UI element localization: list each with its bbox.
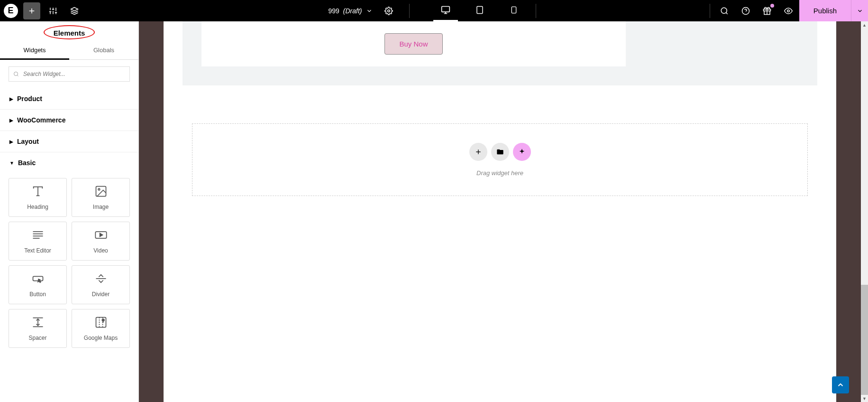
category-layout[interactable]: ▶ Layout	[0, 131, 138, 152]
search-icon	[720, 7, 729, 15]
scroll-down-arrow[interactable]: ▼	[861, 395, 868, 402]
widget-label: Divider	[92, 291, 110, 298]
spacer-icon	[31, 316, 45, 329]
widget-spacer[interactable]: Spacer	[9, 309, 67, 348]
elements-sidebar: Elements Widgets Globals ▶ Product ▶ Woo…	[0, 21, 139, 402]
widget-image[interactable]: Image	[72, 178, 130, 217]
elementor-logo-button[interactable]: E	[0, 0, 21, 21]
widget-divider[interactable]: Divider	[72, 265, 130, 304]
image-icon	[94, 185, 108, 198]
publish-button[interactable]: Publish	[799, 0, 851, 21]
divider-icon	[94, 272, 108, 285]
chevron-up-icon	[836, 381, 845, 389]
help-button[interactable]	[735, 0, 757, 21]
svg-point-32	[98, 188, 100, 190]
category-label: Product	[17, 95, 42, 103]
svg-point-45	[102, 319, 104, 321]
buy-now-button[interactable]: Buy Now	[384, 33, 442, 55]
svg-point-12	[388, 9, 390, 12]
category-label: Basic	[18, 159, 36, 167]
svg-marker-38	[100, 234, 102, 237]
whats-new-button[interactable]	[757, 0, 778, 21]
sliders-icon	[49, 7, 57, 15]
search-icon	[13, 71, 19, 77]
finder-button[interactable]	[714, 0, 735, 21]
drop-zone[interactable]: Drag widget here	[192, 123, 808, 196]
top-right-group: Publish	[706, 0, 868, 21]
notification-dot-icon	[770, 4, 774, 8]
svg-point-20	[722, 8, 727, 13]
add-element-button[interactable]	[23, 2, 40, 19]
top-left-group: E	[0, 0, 85, 21]
eye-icon	[784, 7, 793, 15]
publish-label: Publish	[813, 7, 837, 15]
page-name: 999	[328, 7, 339, 15]
widget-label: Text Editor	[24, 247, 51, 254]
plus-icon	[27, 7, 36, 15]
divider	[710, 4, 710, 18]
page-content: Buy Now Drag widget here	[164, 21, 836, 402]
widgets-grid: Heading Image Text Editor Video Button D…	[0, 173, 138, 353]
tablet-icon	[475, 6, 484, 14]
widget-video[interactable]: Video	[72, 222, 130, 261]
page-title-dropdown[interactable]: 999 (Draft)	[328, 7, 372, 15]
help-icon	[741, 7, 750, 15]
chevron-down-icon	[857, 8, 863, 14]
divider	[536, 4, 536, 18]
widget-label: Heading	[27, 204, 48, 210]
svg-point-26	[787, 9, 790, 12]
layers-icon	[70, 7, 79, 15]
tab-globals[interactable]: Globals	[69, 42, 138, 59]
page-settings-button[interactable]	[378, 0, 400, 21]
scroll-to-top-button[interactable]	[832, 376, 849, 393]
widget-label: Image	[93, 204, 109, 210]
widget-heading[interactable]: Heading	[9, 178, 67, 217]
svg-rect-44	[96, 318, 106, 327]
preview-button[interactable]	[778, 0, 799, 21]
chevron-down-icon	[366, 8, 373, 14]
video-icon	[94, 228, 108, 242]
publish-options-button[interactable]	[851, 0, 868, 21]
scroll-thumb[interactable]	[861, 285, 868, 395]
widget-label: Google Maps	[84, 335, 118, 341]
sidebar-title-area: Elements	[0, 21, 138, 42]
svg-rect-18	[512, 7, 516, 13]
search-input[interactable]	[9, 66, 130, 82]
ai-button[interactable]	[513, 143, 531, 161]
widget-google-maps[interactable]: Google Maps	[72, 309, 130, 348]
add-template-button[interactable]	[491, 143, 509, 161]
sparkle-icon	[518, 148, 526, 156]
site-settings-button[interactable]	[42, 0, 64, 21]
desktop-device-button[interactable]	[433, 0, 458, 21]
category-product[interactable]: ▶ Product	[0, 88, 138, 110]
vertical-scrollbar[interactable]: ▲ ▼	[861, 21, 868, 402]
divider	[409, 4, 410, 18]
sidebar-title: Elements	[44, 28, 95, 38]
widget-button[interactable]: Button	[9, 265, 67, 304]
gear-icon	[384, 7, 393, 15]
drop-zone-hint: Drag widget here	[211, 169, 788, 177]
tablet-device-button[interactable]	[467, 0, 492, 21]
chevron-down-icon: ▼	[9, 160, 14, 166]
widget-text-editor[interactable]: Text Editor	[9, 222, 67, 261]
scroll-up-arrow[interactable]: ▲	[861, 21, 868, 28]
mobile-device-button[interactable]	[502, 0, 526, 21]
top-bar: E 999 (Draft)	[0, 0, 868, 21]
svg-line-21	[726, 12, 728, 14]
category-label: WooCommerce	[17, 116, 65, 124]
text-editor-icon	[31, 228, 45, 242]
category-basic[interactable]: ▼ Basic	[0, 152, 138, 173]
structure-button[interactable]	[64, 0, 85, 21]
mobile-icon	[510, 6, 518, 14]
product-card: Buy Now	[201, 21, 626, 66]
sidebar-tabs: Widgets Globals	[0, 42, 138, 60]
chevron-right-icon: ▶	[9, 96, 13, 102]
product-section[interactable]: Buy Now	[183, 21, 817, 85]
elementor-logo-icon: E	[4, 4, 18, 18]
add-section-button[interactable]	[469, 143, 487, 161]
top-center-group: 999 (Draft)	[328, 0, 539, 21]
gift-icon	[763, 7, 771, 15]
category-woocommerce[interactable]: ▶ WooCommerce	[0, 110, 138, 131]
device-switcher	[433, 0, 526, 21]
tab-widgets[interactable]: Widgets	[0, 42, 69, 60]
